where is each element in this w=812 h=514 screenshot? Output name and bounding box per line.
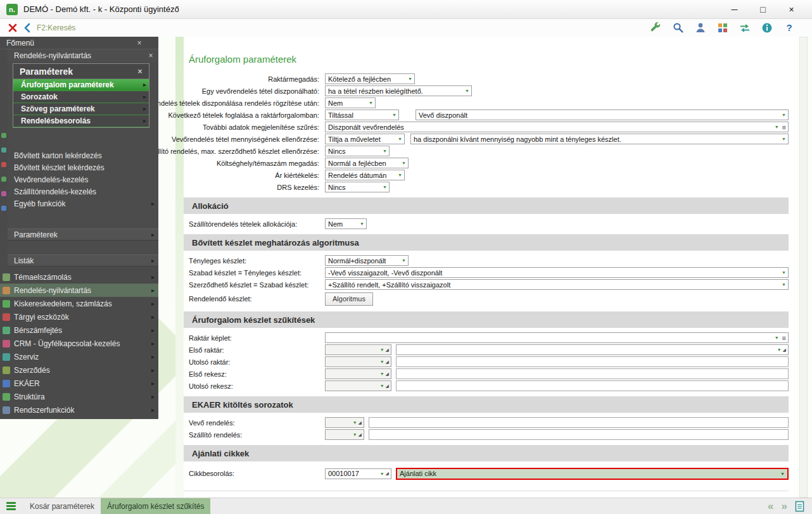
- raktar-keplet-select[interactable]: ▼≡: [325, 332, 789, 343]
- drs-kezeles-select[interactable]: Nincs▼: [325, 182, 390, 192]
- tab-kosar-parameterek[interactable]: Kosár paraméterek: [23, 498, 101, 514]
- page-next-icon[interactable]: »: [782, 501, 787, 511]
- sidebar-item-vevorendeles-kezeles[interactable]: Vevőrendelés-kezelés: [8, 173, 158, 185]
- sidebar-item-ekaer[interactable]: EKÁER ▸: [0, 377, 158, 390]
- close-button[interactable]: ×: [777, 4, 806, 15]
- search-shortcut-label[interactable]: F2:Keresés: [37, 23, 75, 32]
- page-prev-icon[interactable]: «: [768, 501, 773, 511]
- utolso-rekesz-code-combo[interactable]: ▼◢: [325, 380, 391, 391]
- vevorendeles-diszponalhato-select[interactable]: ha a tétel részben kielégíthető.▼: [325, 85, 472, 96]
- parameters-form: Áruforgalom paraméterek Raktármegadás: K…: [184, 37, 795, 491]
- help-button[interactable]: ?: [782, 20, 797, 35]
- peek-module-icon: [1, 133, 6, 138]
- maximize-button[interactable]: □: [749, 4, 777, 15]
- tools-wrench-button[interactable]: [649, 20, 664, 35]
- info-button[interactable]: [759, 20, 775, 35]
- sidebar-item-szerviz[interactable]: Szerviz ▸: [0, 350, 158, 363]
- menu-hamburger-button[interactable]: [6, 502, 16, 510]
- elso-rekesz-name-field[interactable]: [396, 368, 789, 379]
- teljesitheto-diszponalas-select[interactable]: Nem▼: [325, 97, 376, 108]
- document-button[interactable]: [795, 501, 804, 512]
- function-list: Bővített karton lekérdezés Bővített kész…: [8, 149, 158, 210]
- order-registry-panel: Rendelés-nyilvántartás × Paraméterek × Á…: [8, 49, 158, 266]
- algoritmus-button[interactable]: Algoritmus: [325, 292, 373, 306]
- form-row: Költséghely/témaszám megadás: Normál a f…: [184, 157, 795, 169]
- cikkbesorolas-code-combo[interactable]: 00010017▼◢: [325, 468, 391, 479]
- back-button[interactable]: [20, 20, 35, 35]
- modules-button[interactable]: [715, 20, 730, 35]
- sidebar: Főmenü × Rendelés-nyilvántartás × Paramé…: [0, 37, 158, 419]
- szerzodheto-keszlet-select[interactable]: +Szállító rendelt, +Szállító visszaigazo…: [325, 279, 789, 290]
- tab-aruforgalom-keszlet-szukites[interactable]: Áruforgalom készlet szűkítés: [101, 498, 210, 514]
- sidebar-item-kiskereskedelem[interactable]: Kiskereskedelem, számlázás ▸: [0, 297, 158, 310]
- tenyleges-keszlet-select[interactable]: Normál+diszponált▼: [325, 255, 409, 266]
- elso-rekesz-code-combo[interactable]: ▼◢: [325, 368, 391, 379]
- dropdown-arrow-icon: ▼: [782, 137, 786, 141]
- szabad-keszlet-select[interactable]: -Vevő visszaigazolt, -Vevő diszponált▼: [325, 267, 789, 278]
- field-label: Költséghely/témaszám megadás:: [217, 160, 319, 167]
- sidebar-item-rendelesbesorolas[interactable]: Rendelésbesorolás ▸: [13, 115, 149, 127]
- sidebar-item-egyeb-funkciok[interactable]: Egyéb funkciók ▸: [8, 197, 158, 210]
- main-menu-close-icon[interactable]: ×: [134, 39, 144, 47]
- sidebar-item-szallitorendeles-kezeles[interactable]: Szállítórendelés-kezelés: [8, 185, 158, 197]
- tovabbi-adatok-szures-select[interactable]: Diszponált vevőrendelés▼≡: [325, 122, 789, 132]
- sidebar-item-aruforgalom-parameterek[interactable]: Áruforgalom paraméterek ▸: [13, 79, 149, 91]
- tetelek-foglalasa-select[interactable]: Tiltással▼: [325, 110, 399, 120]
- filter-list-icon[interactable]: ≡: [782, 123, 786, 131]
- utolso-rekesz-name-field[interactable]: [396, 380, 789, 391]
- vertical-scrollbar[interactable]: [799, 37, 808, 498]
- chevron-right-icon: ▸: [149, 367, 155, 373]
- elso-raktar-code-combo[interactable]: ▼◢: [325, 344, 391, 355]
- sidebar-item-rendszerfunkciok[interactable]: Rendszerfunkciók ▸: [0, 403, 158, 417]
- sidebar-item-berszamfejtes[interactable]: Bérszámfejtés ▸: [0, 323, 158, 337]
- koltseghely-megadas-select[interactable]: Normál a fejlécben▼: [325, 158, 409, 168]
- user-button[interactable]: [693, 20, 708, 35]
- form-row: Szabad készlet = Tényleges készlet: -Vev…: [184, 266, 795, 279]
- sidebar-item-sorozatok[interactable]: Sorozatok ▸: [13, 91, 149, 103]
- utolso-raktar-name-field[interactable]: [396, 356, 789, 367]
- vevo-rendeles-sorozat-field[interactable]: [369, 417, 789, 428]
- sidebar-group-listak[interactable]: Listák ▸: [8, 254, 158, 266]
- utolso-raktar-code-combo[interactable]: ▼◢: [325, 356, 391, 367]
- sidebar-item-struktura[interactable]: Struktúra ▸: [0, 390, 158, 403]
- field-label: Szabad készlet = Tényleges készlet:: [189, 269, 301, 277]
- sidebar-group-parameterek[interactable]: Paraméterek ▸: [8, 229, 158, 241]
- allokacio-select[interactable]: Nem▼: [325, 218, 367, 229]
- szallito-rendeles-sorozat-combo[interactable]: ▼◢: [325, 429, 364, 440]
- field-label: Egy vevőrendelés tétel diszponálható:: [202, 87, 319, 95]
- sidebar-item-szoveg-parameterek[interactable]: Szöveg paraméterek ▸: [13, 103, 149, 115]
- order-registry-close-icon[interactable]: ×: [146, 52, 156, 60]
- ajanlati-cikk-select[interactable]: Ajánlati cikk▼: [396, 468, 789, 480]
- close-form-button[interactable]: [5, 20, 20, 35]
- form-row: Szerződhető készlet = Szabad készlet: +S…: [184, 279, 795, 291]
- form-row: Ár kiértékelés: Rendelés dátumán▼: [184, 169, 795, 181]
- search-button[interactable]: [671, 20, 686, 35]
- mennyiseg-ellenorzes-feltetel-select[interactable]: ha diszponálni kívánt mennyiség nagyobb …: [410, 134, 789, 144]
- sidebar-item-rendeles-nyilvantartas[interactable]: Rendelés-nyilvántartás ▸: [0, 284, 158, 297]
- switch-button[interactable]: [737, 20, 752, 35]
- max-szerzodheto-ellenorzes-select[interactable]: Nincs▼: [325, 146, 390, 156]
- szallito-rendeles-sorozat-field[interactable]: [369, 429, 789, 440]
- sidebar-item-bovitett-keszlet-lekerdezes[interactable]: Bővített készlet lekérdezés: [8, 161, 158, 173]
- filter-list-icon[interactable]: ≡: [782, 334, 786, 342]
- ar-kiertekeles-select[interactable]: Rendelés dátumán▼: [325, 170, 405, 180]
- sidebar-item-bovitett-karton-lekerdezes[interactable]: Bővített karton lekérdezés: [8, 149, 158, 161]
- peek-module-icon: [1, 177, 6, 182]
- sidebar-item-szerzodes[interactable]: Szerződés ▸: [0, 363, 158, 377]
- parameters-close-icon[interactable]: ×: [135, 68, 145, 75]
- app-logo-icon: n.: [6, 4, 18, 15]
- chevron-right-icon: ▸: [141, 106, 146, 112]
- sidebar-item-targyi-eszkozok[interactable]: Tárgyi eszközök ▸: [0, 310, 158, 323]
- sidebar-item-temaelszamolas[interactable]: Témaelszámolás ▸: [0, 270, 158, 284]
- chevron-right-icon: ▸: [149, 232, 155, 238]
- mennyiseg-ellenorzes-select[interactable]: Tiltja a műveletet▼: [325, 134, 405, 144]
- minimize-button[interactable]: ─: [720, 4, 749, 15]
- sidebar-item-crm[interactable]: CRM - Ügyfélkapcsolat-kezelés ▸: [0, 337, 158, 350]
- foglalas-tipus-select[interactable]: Vevő diszponált▼: [416, 110, 789, 120]
- vevo-rendeles-sorozat-combo[interactable]: ▼◢: [325, 417, 364, 428]
- form-row: Szállítórendelés tételek allokációja: Ne…: [184, 218, 795, 230]
- elso-raktar-name-combo[interactable]: ▼◢: [396, 344, 789, 355]
- raktarmegadas-select[interactable]: Kötelező a fejlécben▼: [325, 73, 415, 84]
- section-header-keszlet-szukitesek: Áruforgalom készlet szűkítések: [184, 311, 789, 328]
- chevron-right-icon: ▸: [149, 274, 155, 280]
